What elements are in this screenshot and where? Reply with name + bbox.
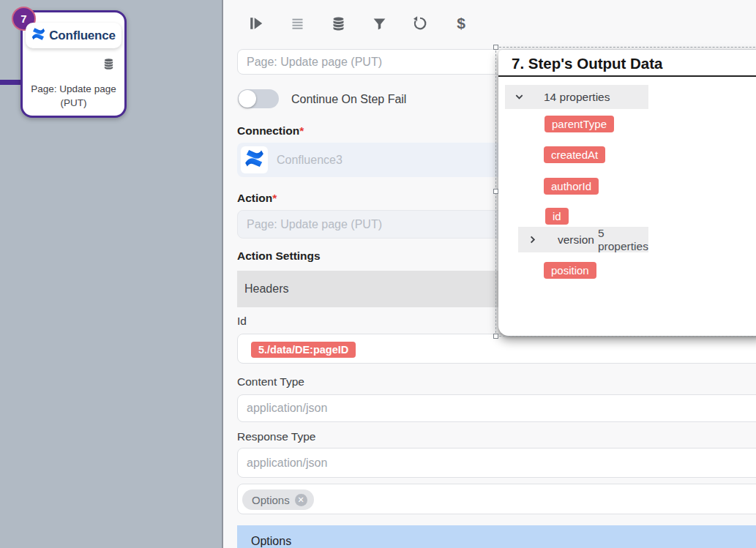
required-asterisk: * — [272, 192, 277, 204]
output-property-pill[interactable]: createdAt — [544, 146, 605, 163]
connection-value: Confluence3 — [277, 143, 343, 177]
output-property-pill[interactable]: parentType — [544, 116, 614, 132]
required-asterisk: * — [299, 124, 304, 137]
node-app-name: Confluence — [49, 29, 116, 43]
action-value: Page: Update page (PUT) — [247, 218, 382, 231]
database-icon — [102, 58, 115, 73]
connection-label: Connection* — [237, 124, 304, 138]
step-run-icon[interactable] — [247, 15, 265, 32]
menu-icon[interactable] — [288, 15, 306, 32]
content-type-label: Content Type — [237, 375, 304, 389]
content-type-field[interactable] — [237, 394, 756, 422]
output-property-pill[interactable]: position — [544, 262, 596, 279]
options-section-header[interactable]: Options — [237, 525, 756, 548]
dollar-icon[interactable]: $ — [452, 15, 470, 32]
resize-handle-top-left[interactable] — [493, 45, 498, 50]
response-type-label: Response Type — [237, 430, 315, 443]
undo-icon[interactable] — [411, 15, 429, 32]
chip-remove-icon[interactable]: ✕ — [295, 494, 307, 506]
confluence-logo-icon — [244, 149, 264, 171]
response-type-field[interactable] — [237, 448, 756, 478]
response-type-input[interactable] — [238, 448, 756, 477]
workflow-step-node-confluence[interactable]: 7 Confluence — [20, 10, 127, 118]
output-property-pill[interactable]: id — [545, 208, 569, 225]
tree-version-group[interactable]: version 5 properties — [518, 227, 648, 252]
node-header: Confluence — [26, 23, 121, 48]
action-settings-label: Action Settings — [237, 249, 321, 263]
continue-on-step-fail-label: Continue On Step Fail — [291, 93, 406, 106]
resize-handle-mid-left[interactable] — [493, 189, 498, 194]
confluence-logo-icon — [31, 27, 45, 44]
tree-version-name: version — [558, 233, 594, 247]
step-toolbar: $ — [247, 13, 470, 34]
chevron-right-icon[interactable] — [528, 235, 537, 244]
options-field[interactable]: Options ✕ — [237, 484, 756, 514]
continue-on-step-fail-toggle[interactable] — [238, 89, 279, 108]
mapped-value-tag[interactable]: 5./data/DE:pageID — [251, 342, 356, 358]
content-type-input[interactable] — [238, 395, 756, 421]
resize-handle-bottom-left[interactable] — [493, 334, 498, 339]
action-label: Action* — [237, 192, 277, 205]
tree-root-label: 14 properties — [544, 91, 610, 104]
popup-title: 7. Step's Output Data — [512, 55, 662, 72]
chevron-down-icon[interactable] — [514, 92, 524, 102]
popup-title-divider — [498, 75, 756, 77]
filter-icon[interactable] — [370, 15, 388, 32]
output-property-pill[interactable]: authorId — [544, 178, 599, 195]
id-label: Id — [237, 315, 247, 328]
tree-root-group[interactable]: 14 properties — [505, 85, 648, 109]
node-action-label: Page: Update page (PUT) — [26, 83, 121, 110]
tree-version-count: 5 properties — [598, 227, 648, 253]
workflow-canvas[interactable]: 7 Confluence — [0, 0, 222, 548]
options-chip[interactable]: Options ✕ — [242, 489, 314, 510]
database-icon[interactable] — [329, 15, 347, 32]
step-output-data-popup[interactable]: 7. Step's Output Data 14 properties pare… — [498, 50, 756, 336]
toggle-knob — [239, 90, 256, 108]
connection-logo-box — [241, 146, 268, 173]
